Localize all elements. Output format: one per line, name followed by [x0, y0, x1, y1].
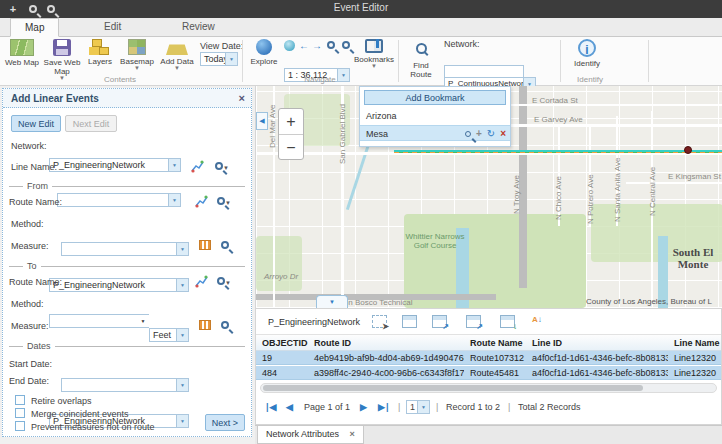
- method-select-from[interactable]: P_EngineeringNetwork: [49, 278, 189, 292]
- bookmark-zoom-icon[interactable]: [465, 128, 471, 139]
- bookmark-delete-icon[interactable]: ×: [500, 128, 506, 139]
- next-page-button[interactable]: ▶: [360, 402, 367, 412]
- scrollbar-thumb[interactable]: [263, 385, 643, 391]
- zoom-to-measure-icon[interactable]: [221, 320, 229, 331]
- merge-coincident-checkbox[interactable]: [15, 408, 25, 418]
- first-page-button[interactable]: ◀: [266, 402, 276, 412]
- column-header[interactable]: Line ID: [526, 337, 668, 348]
- next-button[interactable]: Next >: [205, 414, 245, 431]
- layers-button[interactable]: Layers: [84, 39, 116, 66]
- export-selected-icon[interactable]: ↗: [432, 315, 447, 328]
- street-label: N Central Ave: [648, 167, 657, 216]
- collapse-table-arrow[interactable]: ▼: [316, 295, 348, 308]
- chevron-down-icon: ▼: [118, 66, 156, 70]
- identify-group-label: Identify: [555, 75, 625, 84]
- navigate-icon-row: ← →: [284, 40, 354, 52]
- export-all-icon[interactable]: ↗: [466, 315, 481, 328]
- find-route-button[interactable]: Find Route: [404, 41, 438, 79]
- zoom-to-route-icon[interactable]: ▼: [217, 276, 231, 287]
- identify-button[interactable]: i Identify: [570, 39, 604, 68]
- chevron-down-icon[interactable]: [225, 53, 237, 65]
- add-bookmark-button[interactable]: Add Bookmark: [364, 90, 506, 105]
- identify-icon: i: [578, 39, 596, 57]
- add-linear-events-panel: Add Linear Events × New Edit Next Edit N…: [2, 88, 252, 437]
- previous-page-button[interactable]: ◀: [286, 402, 293, 412]
- street-label: E Kingsman St: [668, 172, 721, 181]
- add-data-button[interactable]: Add Data ▼: [156, 39, 198, 70]
- zoom-to-line-icon[interactable]: ▼: [215, 161, 229, 172]
- ribbon-tab-bar: Map Edit Review: [0, 18, 722, 37]
- measure-input-from[interactable]: [49, 314, 149, 328]
- select-line-on-map-icon[interactable]: [191, 160, 204, 173]
- select-route-on-map-icon[interactable]: [195, 275, 208, 288]
- golf-course-label: Whittier Narrows Golf Course: [404, 232, 466, 250]
- tab-map[interactable]: Map: [10, 18, 59, 37]
- merge-coincident-label: Merge coincident events: [31, 409, 129, 419]
- table-header-row: OBJECTID Route ID Route Name Line ID Lin…: [256, 335, 721, 351]
- view-date-label: View Date:: [200, 41, 243, 51]
- zoom-out-map-icon[interactable]: [342, 41, 350, 49]
- end-date-label: End Date:: [9, 376, 49, 386]
- map-zoom-in-button[interactable]: +: [279, 109, 303, 135]
- column-header[interactable]: Line Name: [668, 337, 722, 348]
- previous-extent-icon[interactable]: ←: [299, 40, 309, 51]
- bookmarks-button[interactable]: Bookmarks ▼: [354, 39, 394, 68]
- zoom-to-measure-icon[interactable]: [221, 240, 229, 251]
- close-icon[interactable]: ×: [239, 92, 245, 104]
- show-table-icon[interactable]: [402, 315, 417, 328]
- tab-edit[interactable]: Edit: [90, 18, 135, 37]
- prevent-measures-checkbox[interactable]: [15, 421, 25, 431]
- panel-header: Add Linear Events ×: [3, 89, 251, 108]
- start-date-label: Start Date:: [9, 359, 52, 369]
- explore-button[interactable]: Explore: [248, 39, 280, 66]
- line-name-select[interactable]: [57, 193, 181, 207]
- network-select[interactable]: P_EngineeringNetwork: [49, 158, 181, 172]
- route-name-select-from[interactable]: [61, 242, 189, 256]
- column-header[interactable]: Route ID: [308, 337, 464, 348]
- horizontal-scrollbar[interactable]: [260, 383, 717, 393]
- full-extent-icon[interactable]: [284, 40, 295, 51]
- route-search-input[interactable]: [444, 65, 524, 78]
- column-header[interactable]: Route Name: [464, 337, 526, 348]
- network-attributes-tab[interactable]: Network Attributes ×: [257, 426, 364, 444]
- chevron-down-icon: ▼: [354, 64, 394, 68]
- table-row[interactable]: 19 4eb9419b-af9b-4d04-ab69-1d490476802b …: [256, 351, 721, 365]
- web-map-button[interactable]: Web Map: [4, 39, 40, 67]
- ribbon-toolbar: Web Map Save Web Map ▼ Layers Basemap ▼ …: [0, 37, 722, 86]
- unit-select-from[interactable]: Feet: [149, 328, 189, 342]
- route-name-select-to[interactable]: [61, 378, 189, 392]
- save-web-map-button[interactable]: Save Web Map ▼: [42, 39, 82, 80]
- navigate-group-label: Navigate: [270, 75, 370, 84]
- zoom-to-route-icon[interactable]: ▼: [217, 196, 231, 207]
- map-zoom-out-button[interactable]: −: [279, 135, 303, 161]
- collapse-panel-arrow[interactable]: ◀: [256, 112, 268, 130]
- street-label: Del Mar Ave: [268, 105, 277, 148]
- bookmark-item-arizona[interactable]: Arizona: [360, 108, 510, 124]
- table-row[interactable]: 484 a398ff4c-2940-4c00-96b6-c6343f8f1711…: [256, 366, 721, 380]
- refresh-table-icon[interactable]: ↓: [500, 315, 515, 328]
- dates-section-divider: Dates: [9, 341, 245, 351]
- next-edit-button[interactable]: Next Edit: [65, 115, 117, 132]
- select-records-icon[interactable]: ➤: [372, 315, 387, 328]
- next-extent-icon[interactable]: →: [312, 40, 322, 51]
- bookmark-pan-icon[interactable]: +: [476, 128, 482, 139]
- ruler-icon[interactable]: [199, 320, 211, 330]
- column-header[interactable]: OBJECTID: [256, 337, 308, 348]
- street-label: N Santa Anita Ave: [613, 158, 622, 222]
- basemap-button[interactable]: Basemap ▼: [118, 39, 156, 70]
- retire-overlaps-checkbox[interactable]: [15, 395, 25, 405]
- sort-icon[interactable]: A↓: [532, 315, 547, 328]
- page-number-select[interactable]: 1: [406, 400, 430, 414]
- close-tab-icon[interactable]: ×: [350, 429, 355, 439]
- map-zoom-control: + −: [278, 108, 304, 160]
- bookmark-refresh-icon[interactable]: ↻: [487, 128, 495, 139]
- select-route-on-map-icon[interactable]: [195, 195, 208, 208]
- bookmark-item-mesa[interactable]: Mesa + ↻ ×: [360, 125, 510, 141]
- tab-review[interactable]: Review: [168, 18, 229, 37]
- bottom-tab-bar: Network Attributes ×: [255, 425, 722, 444]
- zoom-in-map-icon[interactable]: [327, 41, 335, 49]
- view-date-select[interactable]: Today: [200, 52, 238, 66]
- new-edit-button[interactable]: New Edit: [11, 115, 61, 132]
- last-page-button[interactable]: ▶: [378, 402, 388, 412]
- ruler-icon[interactable]: [199, 240, 211, 250]
